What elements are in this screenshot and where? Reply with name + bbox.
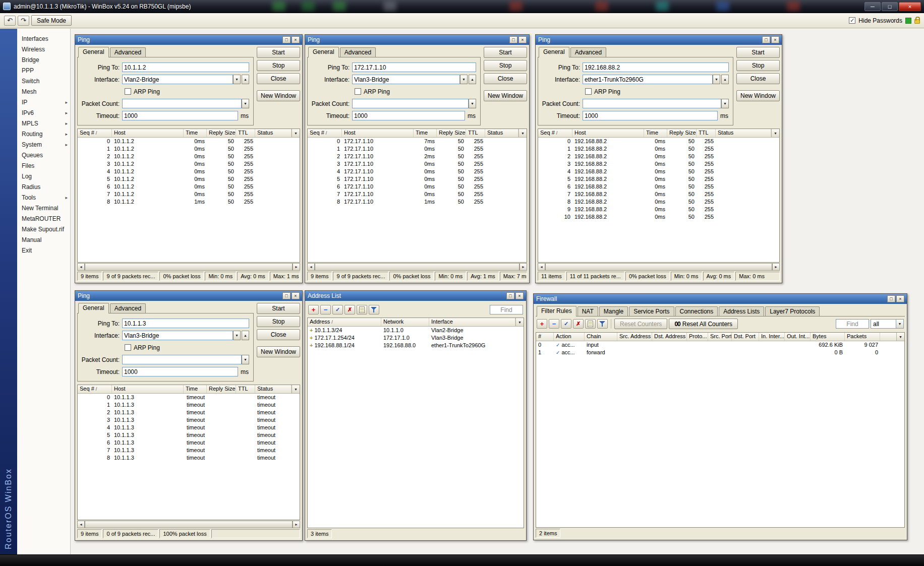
column-header-dst-address[interactable]: Dst. Address (652, 333, 687, 341)
close-button[interactable]: Close (257, 73, 300, 84)
column-header-packets[interactable]: Packets (845, 333, 880, 341)
start-button[interactable]: Start (736, 47, 780, 58)
tab-general[interactable]: General (78, 47, 109, 57)
table-row[interactable]: 010.1.1.20ms50255 (78, 138, 300, 145)
table-row[interactable]: 6192.168.88.20ms50255 (538, 183, 779, 191)
maximize-icon[interactable]: □ (762, 36, 770, 43)
column-header-address[interactable]: Address/ (308, 318, 381, 326)
table-row[interactable]: 7192.168.88.20ms50255 (538, 191, 779, 198)
tab-advanced[interactable]: Advanced (570, 47, 606, 57)
table-row[interactable]: 0192.168.88.20ms50255 (538, 138, 779, 145)
table-row[interactable]: 10192.168.88.20ms50255 (538, 213, 779, 221)
tab-general[interactable]: General (308, 47, 339, 57)
table-row[interactable]: 4172.17.1.100ms50255 (308, 168, 527, 175)
arp-ping-checkbox[interactable] (125, 88, 131, 95)
column-header-seq[interactable]: Seq #/ (538, 129, 572, 137)
sidebar-item-log[interactable]: Log (17, 171, 70, 182)
sidebar-item-radius[interactable]: Radius (17, 182, 70, 193)
interface-input[interactable] (352, 75, 460, 84)
tab-mangle[interactable]: Mangle (599, 306, 628, 316)
interface-collapse-icon[interactable]: ▲ (469, 75, 476, 84)
interface-collapse-icon[interactable]: ▲ (721, 75, 729, 84)
column-header-time[interactable]: Time (184, 385, 207, 393)
interface-dropdown-icon[interactable]: ▼ (713, 75, 720, 84)
sidebar-item-interfaces[interactable]: Interfaces (17, 34, 70, 44)
remove-button[interactable]: − (320, 305, 331, 315)
table-row[interactable]: 3172.17.1.100ms50255 (308, 160, 527, 168)
column-header-interface[interactable]: Interface (429, 318, 515, 326)
column-header-reply-size[interactable]: Reply Size (437, 129, 466, 137)
column-header-in-inter[interactable]: In. Inter... (759, 333, 785, 341)
packet-count-input[interactable] (352, 99, 469, 108)
close-icon[interactable]: × (518, 36, 527, 43)
column-header-bytes[interactable]: Bytes (811, 333, 845, 341)
scroll-right-icon[interactable]: ► (772, 263, 780, 271)
packet-count-dropdown-icon[interactable]: ▼ (242, 99, 249, 108)
new-window-button[interactable]: New Window (736, 90, 780, 101)
table-row[interactable]: 7172.17.1.100ms50255 (308, 191, 527, 198)
tab-filter-rules[interactable]: Filter Rules (537, 306, 576, 317)
sidebar-item-bridge[interactable]: Bridge (17, 55, 70, 66)
stop-button[interactable]: Stop (736, 60, 780, 71)
interface-input[interactable] (583, 75, 713, 84)
close-button[interactable]: × (899, 2, 921, 11)
column-header-ttl[interactable]: TTL (236, 129, 255, 137)
stop-button[interactable]: Stop (484, 60, 527, 71)
enable-rule-button[interactable]: ✓ (561, 319, 571, 329)
table-row[interactable]: 010.1.1.3timeouttimeout (78, 394, 300, 401)
address-row[interactable]: +172.17.1.254/24172.17.1.0Vlan3-Bridge (308, 334, 524, 342)
remove-rule-button[interactable]: − (549, 319, 559, 329)
table-row[interactable]: 0172.17.1.107ms50255 (308, 138, 527, 145)
address-row[interactable]: +10.1.1.3/2410.1.1.0Vlan2-Bridge (308, 327, 524, 334)
table-row[interactable]: 810.1.1.21ms50255 (78, 198, 300, 206)
table-row[interactable]: 8192.168.88.20ms50255 (538, 198, 779, 206)
disable-button[interactable]: ✗ (344, 305, 355, 315)
column-header-seq[interactable]: Seq #/ (78, 129, 112, 137)
reset-counters-button[interactable]: Reset Counters (614, 319, 667, 329)
column-select-icon[interactable]: ▼ (515, 318, 524, 326)
sidebar-item-ip[interactable]: IP▸ (17, 97, 70, 108)
sidebar-item-routing[interactable]: Routing▸ (17, 129, 70, 140)
window-titlebar[interactable]: Ping□× (536, 35, 782, 45)
sidebar-item-manual[interactable]: Manual (17, 235, 70, 245)
horizontal-scrollbar[interactable]: ◄► (77, 521, 300, 528)
scrollbar-thumb[interactable] (315, 263, 519, 271)
column-header-reply-size[interactable]: Reply Size (667, 129, 697, 137)
sidebar-item-ipv6[interactable]: IPv6▸ (17, 108, 70, 118)
sidebar-item-ppp[interactable]: PPP (17, 66, 70, 76)
sidebar-item-switch[interactable]: Switch (17, 76, 70, 87)
filter-button[interactable] (369, 305, 379, 315)
interface-dropdown-icon[interactable]: ▼ (233, 75, 241, 84)
filter-scope-select[interactable]: all▼ (871, 319, 904, 329)
arp-ping-checkbox[interactable] (585, 88, 592, 95)
table-row[interactable]: 210.1.1.20ms50255 (78, 153, 300, 160)
column-header-network[interactable]: Network (381, 318, 429, 326)
column-header-action[interactable]: Action (554, 333, 585, 341)
tab-layer7-protocols[interactable]: Layer7 Protocols (765, 306, 820, 316)
maximize-button[interactable]: □ (882, 2, 898, 11)
tab-general[interactable]: General (539, 47, 569, 57)
window-titlebar[interactable]: Ping□× (75, 35, 302, 45)
table-row[interactable]: 710.1.1.20ms50255 (78, 191, 300, 198)
scroll-left-icon[interactable]: ◄ (538, 263, 545, 271)
table-row[interactable]: 510.1.1.3timeouttimeout (78, 431, 300, 439)
tab-advanced[interactable]: Advanced (110, 47, 146, 57)
firewall-rule-row[interactable]: 1✓acc...forward0 B0 (536, 349, 904, 356)
table-row[interactable]: 410.1.1.3timeouttimeout (78, 424, 300, 431)
close-icon[interactable]: × (896, 295, 904, 302)
table-row[interactable]: 9192.168.88.20ms50255 (538, 206, 779, 213)
scrollbar-thumb[interactable] (85, 263, 293, 271)
table-row[interactable]: 8172.17.1.101ms50255 (308, 198, 527, 206)
horizontal-scrollbar[interactable]: ◄► (307, 263, 527, 271)
column-header-status[interactable]: Status (716, 129, 771, 137)
column-header-src-port[interactable]: Src. Port (708, 333, 732, 341)
column-header-status[interactable]: Status (255, 129, 292, 137)
timeout-input[interactable] (122, 111, 238, 120)
close-icon[interactable]: × (292, 292, 300, 299)
column-header-seq[interactable]: Seq #/ (308, 129, 342, 137)
scroll-left-icon[interactable]: ◄ (77, 521, 85, 528)
column-header-reply-size[interactable]: Reply Size (207, 385, 236, 393)
scroll-right-icon[interactable]: ► (519, 263, 527, 271)
window-titlebar[interactable]: Ping□× (75, 291, 302, 301)
table-row[interactable]: 610.1.1.20ms50255 (78, 183, 300, 191)
